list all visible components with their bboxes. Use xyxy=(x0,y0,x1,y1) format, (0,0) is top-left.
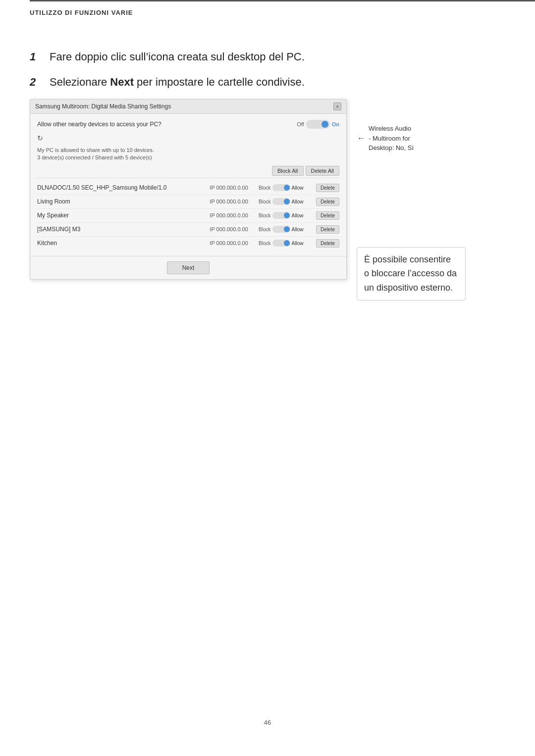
step-1-number: 1 xyxy=(30,50,50,63)
block-label-2: Block xyxy=(259,213,270,218)
page-container: UTILIZZO DI FUNZIONI VARIE 1 Fare doppio… xyxy=(0,0,535,756)
actions-row: Block All Delete All xyxy=(37,166,339,178)
block-label-4: Block xyxy=(259,241,270,246)
device-ip-0: IP 000.000.0.00 xyxy=(199,185,259,191)
device-row: My Speaker IP 000.000.0.00 Block Allow D… xyxy=(37,209,339,223)
steps-container: 1 Fare doppio clic sull’icona creata sul… xyxy=(30,50,505,100)
device-ip-4: IP 000.000.0.00 xyxy=(199,240,259,246)
step-2-bold: Next xyxy=(110,76,134,88)
top-border xyxy=(30,0,535,1)
block-allow-toggle-3: Block Allow xyxy=(259,226,313,233)
dialog-wrapper: Samsung Multiroom: Digital Media Sharing… xyxy=(30,99,466,301)
callout-line: ← Wireless Audio - Multiroom for Desktop… xyxy=(357,124,466,153)
device-ip-2: IP 000.000.0.00 xyxy=(199,212,259,218)
delete-all-button[interactable]: Delete All xyxy=(306,166,339,176)
block-allow-toggle-0: Block Allow xyxy=(259,184,313,191)
delete-button-0[interactable]: Delete xyxy=(316,184,339,192)
device-name-2: My Speaker xyxy=(37,212,199,219)
dialog-box: Samsung Multiroom: Digital Media Sharing… xyxy=(30,99,347,280)
access-question: Allow other nearby devices to access you… xyxy=(37,121,161,128)
device-row: [SAMSUNG] M3 IP 000.000.0.00 Block Allow… xyxy=(37,223,339,237)
step-2-text: Selezionare Next per impostare le cartel… xyxy=(50,75,305,90)
allow-label-0: Allow xyxy=(292,185,304,191)
step-2-number: 2 xyxy=(30,76,50,89)
device-toggle-3[interactable] xyxy=(272,226,290,233)
header-section: UTILIZZO DI FUNZIONI VARIE xyxy=(30,8,133,17)
step-2: 2 Selezionare Next per impostare le cart… xyxy=(30,75,505,90)
delete-button-2[interactable]: Delete xyxy=(316,211,339,220)
callout-arrow-icon: ← xyxy=(357,133,366,144)
device-row: Living Room IP 000.000.0.00 Block Allow … xyxy=(37,195,339,209)
annotation-text: È possibile consentire o bloccare l’acce… xyxy=(364,252,458,295)
device-name-3: [SAMSUNG] M3 xyxy=(37,226,199,233)
toggle-group: Off On xyxy=(297,120,339,129)
page-number: 46 xyxy=(264,719,271,726)
refresh-icon[interactable]: ↻ xyxy=(37,134,43,142)
main-toggle[interactable] xyxy=(306,120,330,129)
device-list: DLNADOC/1.50 SEC_HHP_Samsung Mobile/1.0 … xyxy=(37,181,339,250)
device-row: Kitchen IP 000.000.0.00 Block Allow Dele… xyxy=(37,237,339,250)
info-line2: 3 device(s) connected / Shared with 5 de… xyxy=(37,154,339,161)
device-toggle-thumb-3 xyxy=(284,226,290,232)
next-button[interactable]: Next xyxy=(167,261,210,274)
close-button[interactable]: × xyxy=(333,102,341,110)
device-row: DLNADOC/1.50 SEC_HHP_Samsung Mobile/1.0 … xyxy=(37,181,339,195)
device-toggle-2[interactable] xyxy=(272,212,290,219)
device-toggle-thumb-4 xyxy=(284,240,290,246)
block-allow-toggle-4: Block Allow xyxy=(259,240,313,247)
block-label-0: Block xyxy=(259,185,270,191)
info-line1: My PC is allowed to share with up to 10 … xyxy=(37,147,339,154)
callout-line3: Desktop: No, Sì xyxy=(369,143,414,153)
block-allow-toggle-2: Block Allow xyxy=(259,212,313,219)
device-name-1: Living Room xyxy=(37,198,199,205)
block-allow-toggle-1: Block Allow xyxy=(259,198,313,205)
dialog-footer: Next xyxy=(30,256,346,279)
block-label-3: Block xyxy=(259,227,270,232)
device-toggle-thumb-1 xyxy=(284,199,290,204)
device-toggle-4[interactable] xyxy=(272,240,290,247)
callout-area: ← Wireless Audio - Multiroom for Desktop… xyxy=(357,99,466,301)
step-1: 1 Fare doppio clic sull’icona creata sul… xyxy=(30,50,505,65)
device-toggle-thumb-0 xyxy=(284,185,290,191)
toggle-off-label: Off xyxy=(297,121,304,127)
device-toggle-thumb-2 xyxy=(284,212,290,218)
step-2-suffix: per impostare le cartelle condivise. xyxy=(134,76,305,88)
device-ip-3: IP 000.000.0.00 xyxy=(199,226,259,232)
block-all-button[interactable]: Block All xyxy=(272,166,304,176)
device-ip-1: IP 000.000.0.00 xyxy=(199,199,259,204)
callout-line1: Wireless Audio xyxy=(369,124,414,134)
info-text: My PC is allowed to share with up to 10 … xyxy=(37,147,339,162)
delete-button-1[interactable]: Delete xyxy=(316,198,339,206)
toggle-thumb xyxy=(321,121,328,128)
delete-button-3[interactable]: Delete xyxy=(316,225,339,234)
callout-line2: - Multiroom for xyxy=(369,134,414,144)
block-label-1: Block xyxy=(259,199,270,204)
device-name-4: Kitchen xyxy=(37,240,199,247)
step-2-prefix: Selezionare xyxy=(50,76,110,88)
dialog-title: Samsung Multiroom: Digital Media Sharing… xyxy=(35,103,171,110)
device-name-0: DLNADOC/1.50 SEC_HHP_Samsung Mobile/1.0 xyxy=(37,184,199,191)
allow-label-2: Allow xyxy=(292,213,304,218)
refresh-row: ↻ xyxy=(37,134,339,143)
delete-button-4[interactable]: Delete xyxy=(316,239,339,248)
device-toggle-1[interactable] xyxy=(272,198,290,205)
dialog-body: Allow other nearby devices to access you… xyxy=(30,114,346,256)
access-row: Allow other nearby devices to access you… xyxy=(37,120,339,129)
callout-wireless-text: Wireless Audio - Multiroom for Desktop: … xyxy=(369,124,414,153)
annotation-box: È possibile consentire o bloccare l’acce… xyxy=(357,247,466,301)
toggle-on-label: On xyxy=(332,121,339,127)
callout-wireless: ← Wireless Audio - Multiroom for Desktop… xyxy=(357,124,466,153)
device-toggle-0[interactable] xyxy=(272,184,290,191)
step-1-text: Fare doppio clic sull’icona creata sul d… xyxy=(50,50,305,65)
allow-label-4: Allow xyxy=(292,241,304,246)
allow-label-3: Allow xyxy=(292,227,304,232)
section-title: UTILIZZO DI FUNZIONI VARIE xyxy=(30,9,133,16)
dialog-titlebar: Samsung Multiroom: Digital Media Sharing… xyxy=(30,100,346,114)
allow-label-1: Allow xyxy=(292,199,304,204)
